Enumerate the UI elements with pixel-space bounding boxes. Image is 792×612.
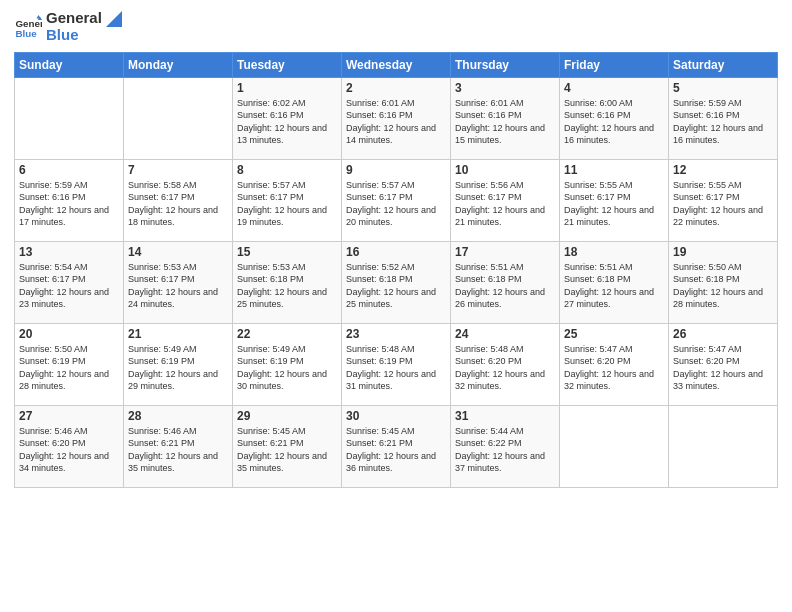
calendar-cell: 26Sunrise: 5:47 AMSunset: 6:20 PMDayligh…: [669, 323, 778, 405]
calendar-cell: 12Sunrise: 5:55 AMSunset: 6:17 PMDayligh…: [669, 159, 778, 241]
day-info: Sunrise: 5:49 AMSunset: 6:19 PMDaylight:…: [128, 343, 228, 393]
day-info: Sunrise: 5:47 AMSunset: 6:20 PMDaylight:…: [673, 343, 773, 393]
day-number: 19: [673, 245, 773, 259]
logo-blue: Blue: [46, 27, 122, 44]
calendar-cell: 11Sunrise: 5:55 AMSunset: 6:17 PMDayligh…: [560, 159, 669, 241]
day-number: 26: [673, 327, 773, 341]
day-info: Sunrise: 5:48 AMSunset: 6:20 PMDaylight:…: [455, 343, 555, 393]
day-info: Sunrise: 5:55 AMSunset: 6:17 PMDaylight:…: [673, 179, 773, 229]
calendar-cell: [669, 405, 778, 487]
calendar-cell: 15Sunrise: 5:53 AMSunset: 6:18 PMDayligh…: [233, 241, 342, 323]
day-info: Sunrise: 6:01 AMSunset: 6:16 PMDaylight:…: [455, 97, 555, 147]
day-info: Sunrise: 6:02 AMSunset: 6:16 PMDaylight:…: [237, 97, 337, 147]
calendar-cell: 19Sunrise: 5:50 AMSunset: 6:18 PMDayligh…: [669, 241, 778, 323]
day-number: 13: [19, 245, 119, 259]
day-info: Sunrise: 5:50 AMSunset: 6:19 PMDaylight:…: [19, 343, 119, 393]
calendar-cell: 2Sunrise: 6:01 AMSunset: 6:16 PMDaylight…: [342, 77, 451, 159]
day-number: 28: [128, 409, 228, 423]
calendar-cell: 10Sunrise: 5:56 AMSunset: 6:17 PMDayligh…: [451, 159, 560, 241]
day-info: Sunrise: 5:59 AMSunset: 6:16 PMDaylight:…: [19, 179, 119, 229]
day-number: 1: [237, 81, 337, 95]
calendar-cell: 8Sunrise: 5:57 AMSunset: 6:17 PMDaylight…: [233, 159, 342, 241]
svg-text:Blue: Blue: [15, 28, 37, 39]
day-number: 31: [455, 409, 555, 423]
weekday-header-sunday: Sunday: [15, 52, 124, 77]
day-info: Sunrise: 5:50 AMSunset: 6:18 PMDaylight:…: [673, 261, 773, 311]
weekday-header-saturday: Saturday: [669, 52, 778, 77]
day-number: 30: [346, 409, 446, 423]
day-number: 6: [19, 163, 119, 177]
day-info: Sunrise: 5:46 AMSunset: 6:21 PMDaylight:…: [128, 425, 228, 475]
day-info: Sunrise: 5:49 AMSunset: 6:19 PMDaylight:…: [237, 343, 337, 393]
calendar-cell: 4Sunrise: 6:00 AMSunset: 6:16 PMDaylight…: [560, 77, 669, 159]
logo-icon: General Blue: [14, 13, 42, 41]
calendar-cell: 1Sunrise: 6:02 AMSunset: 6:16 PMDaylight…: [233, 77, 342, 159]
day-number: 9: [346, 163, 446, 177]
day-number: 11: [564, 163, 664, 177]
calendar-container: General Blue General Blue SundayMondayT: [0, 0, 792, 612]
calendar-cell: 23Sunrise: 5:48 AMSunset: 6:19 PMDayligh…: [342, 323, 451, 405]
calendar-cell: 27Sunrise: 5:46 AMSunset: 6:20 PMDayligh…: [15, 405, 124, 487]
day-number: 15: [237, 245, 337, 259]
day-number: 3: [455, 81, 555, 95]
weekday-header-row: SundayMondayTuesdayWednesdayThursdayFrid…: [15, 52, 778, 77]
header: General Blue General Blue: [14, 10, 778, 44]
day-number: 29: [237, 409, 337, 423]
weekday-header-monday: Monday: [124, 52, 233, 77]
day-number: 18: [564, 245, 664, 259]
day-info: Sunrise: 5:59 AMSunset: 6:16 PMDaylight:…: [673, 97, 773, 147]
calendar-cell: 9Sunrise: 5:57 AMSunset: 6:17 PMDaylight…: [342, 159, 451, 241]
day-number: 12: [673, 163, 773, 177]
calendar-cell: 22Sunrise: 5:49 AMSunset: 6:19 PMDayligh…: [233, 323, 342, 405]
calendar-cell: 14Sunrise: 5:53 AMSunset: 6:17 PMDayligh…: [124, 241, 233, 323]
calendar-cell: 13Sunrise: 5:54 AMSunset: 6:17 PMDayligh…: [15, 241, 124, 323]
calendar-cell: 25Sunrise: 5:47 AMSunset: 6:20 PMDayligh…: [560, 323, 669, 405]
calendar-cell: 21Sunrise: 5:49 AMSunset: 6:19 PMDayligh…: [124, 323, 233, 405]
calendar-cell: 24Sunrise: 5:48 AMSunset: 6:20 PMDayligh…: [451, 323, 560, 405]
day-info: Sunrise: 5:51 AMSunset: 6:18 PMDaylight:…: [455, 261, 555, 311]
calendar-cell: [15, 77, 124, 159]
calendar-week-4: 20Sunrise: 5:50 AMSunset: 6:19 PMDayligh…: [15, 323, 778, 405]
day-number: 2: [346, 81, 446, 95]
day-info: Sunrise: 5:54 AMSunset: 6:17 PMDaylight:…: [19, 261, 119, 311]
day-number: 20: [19, 327, 119, 341]
logo: General Blue General Blue: [14, 10, 122, 44]
day-info: Sunrise: 5:48 AMSunset: 6:19 PMDaylight:…: [346, 343, 446, 393]
day-number: 4: [564, 81, 664, 95]
calendar-cell: 29Sunrise: 5:45 AMSunset: 6:21 PMDayligh…: [233, 405, 342, 487]
calendar-week-1: 1Sunrise: 6:02 AMSunset: 6:16 PMDaylight…: [15, 77, 778, 159]
calendar-cell: 7Sunrise: 5:58 AMSunset: 6:17 PMDaylight…: [124, 159, 233, 241]
day-info: Sunrise: 5:53 AMSunset: 6:17 PMDaylight:…: [128, 261, 228, 311]
calendar-table: SundayMondayTuesdayWednesdayThursdayFrid…: [14, 52, 778, 488]
day-number: 16: [346, 245, 446, 259]
day-number: 10: [455, 163, 555, 177]
day-number: 23: [346, 327, 446, 341]
day-number: 14: [128, 245, 228, 259]
day-info: Sunrise: 5:45 AMSunset: 6:21 PMDaylight:…: [346, 425, 446, 475]
day-number: 21: [128, 327, 228, 341]
day-number: 17: [455, 245, 555, 259]
day-info: Sunrise: 5:57 AMSunset: 6:17 PMDaylight:…: [346, 179, 446, 229]
calendar-week-3: 13Sunrise: 5:54 AMSunset: 6:17 PMDayligh…: [15, 241, 778, 323]
day-number: 25: [564, 327, 664, 341]
weekday-header-thursday: Thursday: [451, 52, 560, 77]
weekday-header-wednesday: Wednesday: [342, 52, 451, 77]
day-info: Sunrise: 5:55 AMSunset: 6:17 PMDaylight:…: [564, 179, 664, 229]
calendar-cell: 18Sunrise: 5:51 AMSunset: 6:18 PMDayligh…: [560, 241, 669, 323]
svg-marker-4: [106, 11, 122, 27]
day-info: Sunrise: 5:51 AMSunset: 6:18 PMDaylight:…: [564, 261, 664, 311]
day-info: Sunrise: 5:52 AMSunset: 6:18 PMDaylight:…: [346, 261, 446, 311]
calendar-cell: [560, 405, 669, 487]
calendar-cell: 3Sunrise: 6:01 AMSunset: 6:16 PMDaylight…: [451, 77, 560, 159]
calendar-cell: 30Sunrise: 5:45 AMSunset: 6:21 PMDayligh…: [342, 405, 451, 487]
day-info: Sunrise: 5:44 AMSunset: 6:22 PMDaylight:…: [455, 425, 555, 475]
day-info: Sunrise: 5:56 AMSunset: 6:17 PMDaylight:…: [455, 179, 555, 229]
day-info: Sunrise: 5:58 AMSunset: 6:17 PMDaylight:…: [128, 179, 228, 229]
day-number: 22: [237, 327, 337, 341]
logo-triangle-icon: [106, 11, 122, 27]
day-info: Sunrise: 5:57 AMSunset: 6:17 PMDaylight:…: [237, 179, 337, 229]
day-number: 8: [237, 163, 337, 177]
calendar-cell: 5Sunrise: 5:59 AMSunset: 6:16 PMDaylight…: [669, 77, 778, 159]
logo-general: General: [46, 10, 122, 27]
calendar-cell: 31Sunrise: 5:44 AMSunset: 6:22 PMDayligh…: [451, 405, 560, 487]
